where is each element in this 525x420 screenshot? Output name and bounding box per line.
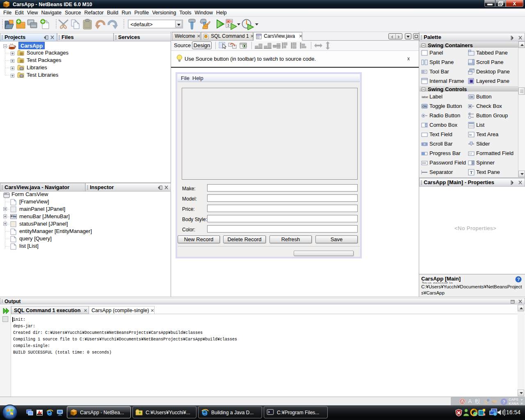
svg-text:OK: OK (469, 96, 473, 98)
svg-text:?: ? (502, 399, 505, 404)
svg-text:tx: tx (469, 133, 472, 137)
svg-text:T: T (470, 170, 473, 175)
svg-text:/-/: /-/ (469, 152, 472, 155)
svg-text:ON: ON (422, 105, 427, 108)
svg-text:3: 3 (227, 23, 229, 27)
svg-text:label: label (422, 95, 428, 99)
